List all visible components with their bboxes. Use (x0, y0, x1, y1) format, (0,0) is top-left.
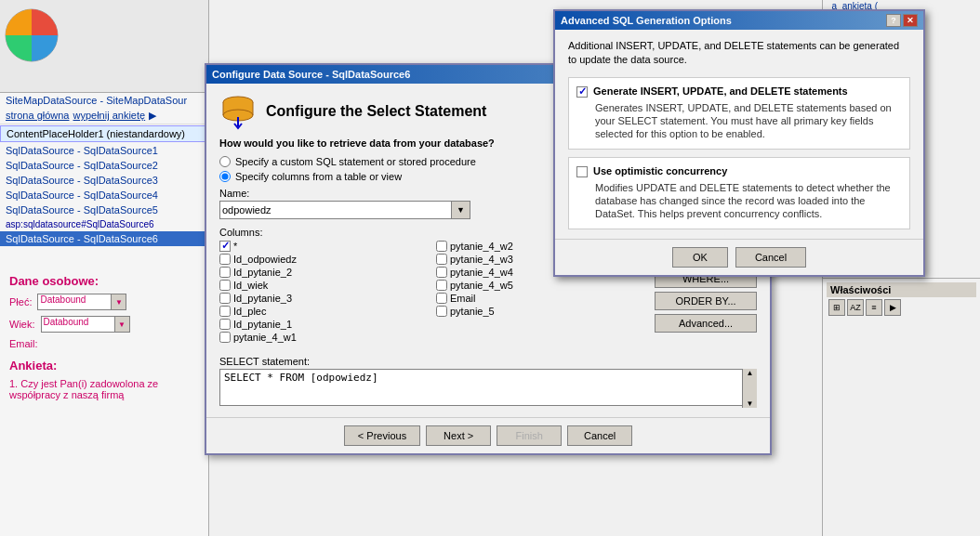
plec-arrow-icon[interactable]: ▼ (112, 294, 126, 310)
col-id-pytanie2-check[interactable] (219, 267, 231, 278)
sidebar-item-ds2[interactable]: SqlDataSource - SqlDataSource2 (0, 158, 208, 173)
sidebar-item-ds6-selected[interactable]: SqlDataSource - SqlDataSource6 (0, 231, 208, 246)
scroll-bar[interactable]: ▲ ▼ (742, 369, 757, 408)
advanced-body: Additional INSERT, UPDATE, and DELETE st… (555, 30, 923, 239)
select-textarea[interactable]: SELECT * FROM [odpowiedz] (219, 369, 757, 406)
advanced-description: Additional INSERT, UPDATE, and DELETE st… (568, 39, 910, 68)
wiek-arrow-icon[interactable]: ▼ (115, 316, 130, 333)
designer-content: Dane osobowe: Płeć: Databound ▼ Wiek: Da… (0, 246, 208, 410)
col-pytanie5[interactable]: pytanie_5 (436, 306, 645, 317)
col-id-pytanie3-check[interactable] (219, 293, 231, 304)
placeholder-item[interactable]: ContentPlaceHolder1 (niestandardowy) (0, 125, 208, 142)
sitemap-item[interactable]: SiteMapDataSource - SiteMapDataSour (0, 93, 208, 108)
plec-dropdown[interactable]: Databound ▼ (37, 294, 126, 310)
col-pytanie4w1[interactable]: pytanie_4_w1 (219, 332, 429, 343)
option1-container: Generate INSERT, UPDATE, and DELETE stat… (568, 77, 910, 150)
question1-text: 1. Czy jest Pan(i) zadowolona ze współpr… (9, 378, 199, 400)
col-pytanie4w1-check[interactable] (219, 332, 231, 343)
col-id-pytanie1[interactable]: Id_pytanie_1 (219, 319, 429, 330)
select-section: SELECT statement: SELECT * FROM [odpowie… (219, 356, 757, 408)
prop-btn-2[interactable]: AZ (847, 299, 864, 316)
wypelnij-ankiete-link[interactable]: wypełnij ankietę (73, 110, 146, 122)
sidebar: SiteMapDataSource - SiteMapDataSour stro… (0, 0, 209, 536)
plec-label: Płeć: (9, 296, 32, 307)
email-row: Email: (9, 338, 199, 349)
select-label: SELECT statement: (219, 356, 757, 367)
radio-columns[interactable] (219, 171, 231, 182)
option2-desc: Modifies UPDATE and DELETE statements to… (595, 181, 902, 221)
col-id-wiek-check[interactable] (219, 280, 231, 291)
wiek-dropdown[interactable]: Databound ▼ (41, 316, 130, 333)
option2-checkbox[interactable] (576, 166, 588, 177)
dane-label: Dane osobowe: (9, 274, 199, 288)
adv-cancel-button[interactable]: Cancel (735, 247, 806, 268)
adv-help-button[interactable]: ? (886, 14, 901, 27)
cancel-button[interactable]: Cancel (567, 425, 632, 446)
name-dropdown-arrow[interactable]: ▼ (452, 201, 470, 219)
col-pytanie4w2-check[interactable] (436, 241, 447, 252)
wiek-value: Databound (41, 316, 115, 333)
col-star-check[interactable] (219, 241, 231, 252)
option1-desc: Generates INSERT, UPDATE, and DELETE sta… (595, 101, 902, 141)
col-id-wiek[interactable]: Id_wiek (219, 280, 429, 291)
name-input[interactable] (219, 201, 452, 219)
option1-label: Generate INSERT, UPDATE, and DELETE stat… (593, 85, 848, 97)
advanced-dialog: Advanced SQL Generation Options ? ✕ Addi… (553, 9, 925, 277)
col-email-check[interactable] (436, 293, 447, 304)
col-pytanie4w5-check[interactable] (436, 280, 447, 291)
col-pytanie5-check[interactable] (436, 306, 447, 317)
orderby-button[interactable]: ORDER BY... (655, 292, 757, 310)
next-button[interactable]: Next > (426, 425, 491, 446)
sidebar-item-ds4[interactable]: SqlDataSource - SqlDataSource4 (0, 188, 208, 203)
col-id-odpowiedz-check[interactable] (219, 254, 231, 265)
col-id-plec[interactable]: Id_plec (219, 306, 429, 317)
col-star[interactable]: * (219, 240, 429, 252)
adv-ok-button[interactable]: OK (672, 247, 728, 268)
ankieta-label: Ankieta: (9, 359, 199, 373)
right-panel-bottom: Właściwości ⊞ AZ ≡ ▶ (823, 279, 980, 321)
radio-custom-sql[interactable] (219, 156, 231, 167)
col-pytanie4w3-check[interactable] (436, 254, 447, 265)
adv-close-button[interactable]: ✕ (903, 14, 918, 27)
col-pytanie4w5[interactable]: pytanie_4_w5 (436, 280, 645, 291)
col-id-odpowiedz[interactable]: Id_odpowiedz (219, 254, 429, 265)
configure-footer: < Previous Next > Finish Cancel (206, 417, 770, 453)
option1-row: Generate INSERT, UPDATE, and DELETE stat… (576, 85, 902, 98)
arrow-icon: ▶ (149, 110, 156, 122)
option1-checkbox[interactable] (576, 86, 588, 98)
col-id-pytanie3[interactable]: Id_pytanie_3 (219, 293, 429, 304)
select-scroll-box: SELECT * FROM [odpowiedz] ▲ ▼ (219, 369, 757, 408)
prop-btn-1[interactable]: ⊞ (828, 299, 845, 316)
advanced-button[interactable]: Advanced... (655, 314, 757, 333)
database-icon (219, 93, 257, 130)
sidebar-item-ds3[interactable]: SqlDataSource - SqlDataSource3 (0, 173, 208, 188)
advanced-titlebar: Advanced SQL Generation Options ? ✕ (555, 11, 923, 30)
dane-section: Dane osobowe: Płeć: Databound ▼ Wiek: Da… (9, 274, 199, 400)
col-pytanie4w4-check[interactable] (436, 267, 447, 278)
strona-glowna-link[interactable]: strona główna (6, 110, 70, 122)
nav-links-row: strona główna wypełnij ankietę ▶ (0, 108, 208, 124)
dialog-heading: Configure the Select Statement (266, 103, 486, 120)
adv-titlebar-buttons: ? ✕ (886, 14, 918, 27)
radio2-label: Specify columns from a table or view (235, 171, 402, 182)
col-email[interactable]: Email (436, 293, 645, 304)
radio1-label: Specify a custom SQL statement or stored… (235, 156, 476, 167)
sidebar-item-ds6-ref[interactable]: asp:sqldatasource#SqlDataSource6 (0, 217, 208, 231)
col-id-plec-check[interactable] (219, 306, 231, 317)
sidebar-item-ds5[interactable]: SqlDataSource - SqlDataSource5 (0, 203, 208, 217)
email-label: Email: (9, 338, 38, 349)
pie-chart-icon (4, 7, 60, 63)
advanced-title: Advanced SQL Generation Options (561, 15, 732, 26)
col-id-pytanie1-check[interactable] (219, 319, 231, 330)
col-id-pytanie2[interactable]: Id_pytanie_2 (219, 267, 429, 278)
previous-button[interactable]: < Previous (344, 425, 420, 446)
prop-btn-3[interactable]: ≡ (866, 299, 882, 316)
sidebar-top (0, 0, 208, 93)
sidebar-item-ds1[interactable]: SqlDataSource - SqlDataSource1 (0, 143, 208, 158)
prop-btn-4[interactable]: ▶ (884, 299, 901, 316)
option2-label: Use optimistic concurrency (593, 165, 727, 176)
wiek-row: Wiek: Databound ▼ (9, 316, 199, 333)
advanced-footer: OK Cancel (555, 239, 923, 275)
finish-button[interactable]: Finish (497, 425, 562, 446)
properties-label: Właściwości (827, 282, 976, 297)
